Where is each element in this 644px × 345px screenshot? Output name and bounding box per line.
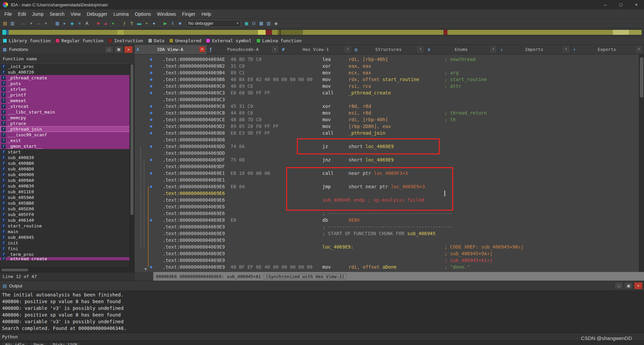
disasm-row[interactable]: .text:00000000004069E9; START OF FUNCTIO… <box>135 230 639 237</box>
disasm-row[interactable]: .text:00000000004069E8 E8db0E8h <box>135 217 639 223</box>
function-row-sub-406140[interactable]: fsub_406140 <box>0 217 130 223</box>
nav-forward-icon[interactable]: → <box>35 20 42 27</box>
function-row-strlen[interactable]: f_strlen <box>0 86 130 92</box>
function-row-libc-start-main[interactable]: f___libc_start_main <box>0 109 130 115</box>
tab-close-icon[interactable]: × <box>418 47 423 52</box>
disasm-row[interactable]: .text:00000000004069E9 <box>135 237 639 244</box>
function-row-sub-4008d0[interactable]: fsub_4008D0 <box>0 166 130 172</box>
tab-enums[interactable]: ≡Enums× <box>426 45 498 54</box>
tab-close-icon[interactable]: × <box>199 47 205 52</box>
function-row-printf[interactable]: f_printf <box>0 92 130 98</box>
save-file-icon[interactable]: ▥ <box>9 20 16 27</box>
strings-window-icon[interactable]: ¶ <box>128 20 135 27</box>
debug-stop-icon[interactable]: ■ <box>177 20 183 27</box>
tab-close-icon[interactable]: × <box>636 47 642 52</box>
breakpoints-icon[interactable]: ▥ <box>265 20 272 27</box>
disasm-row[interactable]: .text:00000000004069DD <box>135 150 639 156</box>
debug-start-icon[interactable]: ▶ <box>162 20 169 27</box>
function-row-sub-400900[interactable]: fsub_400900 <box>0 172 130 178</box>
function-row-sub-400720[interactable]: fsub_400720 <box>0 69 130 75</box>
disasm-row[interactable]: .text:00000000004069C3 E8 68 9D FF FFcal… <box>135 89 639 96</box>
function-row-init-proc[interactable]: f_init_proc <box>0 64 130 69</box>
tab-close-icon[interactable]: × <box>490 47 496 52</box>
minimize-button[interactable]: – <box>598 0 613 9</box>
disasm-row[interactable]: .text:00000000004069CE 48 8B 7D C0movrdi… <box>135 116 639 123</box>
disasm-row[interactable]: .text:00000000004069DF 75 08jnzshort loc… <box>135 156 639 163</box>
tab-pseudocode-a[interactable]: ƒPseudocode-A× <box>207 45 280 54</box>
python-input-line[interactable]: Python <box>0 333 644 341</box>
nav-forward-dropdown-icon[interactable]: ▾ <box>43 20 49 27</box>
nav-back-icon[interactable]: ← <box>20 20 27 27</box>
function-row-exit[interactable]: f_exit <box>0 138 130 143</box>
function-row-term-proc[interactable]: f_term_proc <box>0 252 130 257</box>
close-button[interactable]: × <box>629 0 644 9</box>
function-row-init[interactable]: finit <box>0 240 130 246</box>
function-row-sub-400830[interactable]: fsub_400830 <box>0 155 130 160</box>
scrollbar-thumb[interactable] <box>640 57 643 97</box>
disasm-row[interactable]: .text:00000000004069C3 <box>135 96 639 103</box>
function-row-fini[interactable]: ffini <box>0 246 130 252</box>
patch-program-icon[interactable]: + <box>143 20 150 27</box>
functions-vertical-scrollbar[interactable] <box>129 64 134 268</box>
function-row-gmon-start[interactable]: f_gmon_start__ <box>0 143 130 149</box>
function-row-sub-4059a0[interactable]: fsub_4059A0 <box>0 195 130 200</box>
function-row-sub-4008b0[interactable]: fsub_4008B0 <box>0 160 130 166</box>
jump-by-name-icon[interactable]: ▦ <box>54 20 61 27</box>
jump-address-icon[interactable]: ▸ <box>61 20 68 27</box>
run-to-cursor-icon[interactable]: ▦ <box>258 20 265 27</box>
function-row-start[interactable]: fstart <box>0 149 130 155</box>
disasm-row[interactable]: .text:00000000004069E6 <box>135 190 639 197</box>
menu-item-options[interactable]: Options <box>132 10 154 18</box>
function-row-pthread-create[interactable]: f_pthread_create <box>0 257 130 260</box>
disasm-row[interactable]: .text:00000000004069B4 89 C1movecx, eax;… <box>135 69 639 76</box>
function-row-sub-4011e0[interactable]: fsub_4011E0 <box>0 189 130 195</box>
dock-close-button[interactable]: × <box>124 46 133 53</box>
menu-item-finger[interactable]: Finger <box>179 10 199 18</box>
dock-float-button[interactable]: ▣ <box>624 282 633 289</box>
disasm-row[interactable]: .text:00000000004069E9 48 BF EF 6E 40 00… <box>135 264 639 270</box>
function-row-isoc99-scanf[interactable]: f___isoc99_scanf <box>0 132 130 138</box>
function-row-puts[interactable]: f_puts <box>0 81 130 86</box>
dock-close-button[interactable]: × <box>634 282 643 289</box>
function-row-sub-405bb0[interactable]: fsub_405BB0 <box>0 200 130 206</box>
snapshot-icon[interactable]: ● <box>151 20 157 27</box>
disasm-row[interactable]: .text:00000000004069CB 44 89 C6movesi, r… <box>135 110 639 116</box>
menu-item-lumina[interactable]: Lumina <box>110 10 132 18</box>
function-row-pthread-create[interactable]: f_pthread_create <box>0 75 130 81</box>
names-window-icon[interactable]: ≡ <box>76 20 83 27</box>
function-row-pthread-join[interactable]: f_pthread_join <box>0 126 130 132</box>
disasm-row[interactable]: .text:00000000004069E1 <box>135 177 639 183</box>
demangle-icon[interactable]: ƒ <box>121 20 128 27</box>
menu-item-windows[interactable]: Windows <box>154 10 179 18</box>
maximize-button[interactable]: □ <box>613 0 629 9</box>
function-row-sub-4009a0[interactable]: fsub_4009A0 <box>0 178 130 183</box>
function-row-memcpy[interactable]: f_memcpy <box>0 115 130 121</box>
disasm-row[interactable]: .text:00000000004069E1 E8 10 00 00 00cal… <box>135 170 639 177</box>
function-row-sub-405ff0[interactable]: fsub_405FF0 <box>0 212 130 217</box>
tab-hex-view-1[interactable]: #Hex View-1× <box>280 45 353 54</box>
lumina-push-icon[interactable]: ● <box>110 20 116 27</box>
disasm-row[interactable]: .text:00000000004069DD 74 0Ajzshort loc_… <box>135 143 639 150</box>
disasm-row[interactable]: .text:00000000004069E9; sub_406945+A1↑j <box>135 257 639 264</box>
navigation-band[interactable] <box>2 29 642 35</box>
search-text-icon[interactable]: A <box>84 20 90 27</box>
screen-record-icon[interactable]: ◆ <box>273 20 279 27</box>
disasm-row[interactable]: .text:00000000004069C8 45 31 C0xorr8d, r… <box>135 103 639 110</box>
dock-restore-button[interactable]: □ <box>614 282 623 289</box>
dock-restore-button[interactable]: □ <box>105 46 113 53</box>
lumina-pull-icon[interactable]: ▲ <box>102 20 109 27</box>
menu-item-help[interactable]: Help <box>199 10 214 18</box>
menu-item-jump[interactable]: Jump <box>29 10 47 18</box>
function-row-start-routine[interactable]: fstart_routine <box>0 223 130 229</box>
disasm-row[interactable]: .text:00000000004069E6; ----------------… <box>135 210 639 217</box>
scrollbar-thumb[interactable] <box>130 64 133 215</box>
function-row-ptrace[interactable]: f_ptrace <box>0 121 130 126</box>
function-row-main[interactable]: fmain <box>0 229 130 234</box>
tab-close-icon[interactable]: × <box>272 47 278 52</box>
disasm-row[interactable]: .text:00000000004069E9; ----------------… <box>135 223 639 230</box>
disasm-row[interactable]: .text:00000000004069E6 <box>135 203 639 210</box>
menu-item-search[interactable]: Search <box>47 10 67 18</box>
disasm-row[interactable]: .text:00000000004069B2 31 C0xoreax, eax <box>135 63 639 69</box>
debugger-select[interactable]: No debugger ▾ <box>186 20 241 27</box>
tab-ida-view-a[interactable]: AIDA View-A× <box>135 45 207 54</box>
